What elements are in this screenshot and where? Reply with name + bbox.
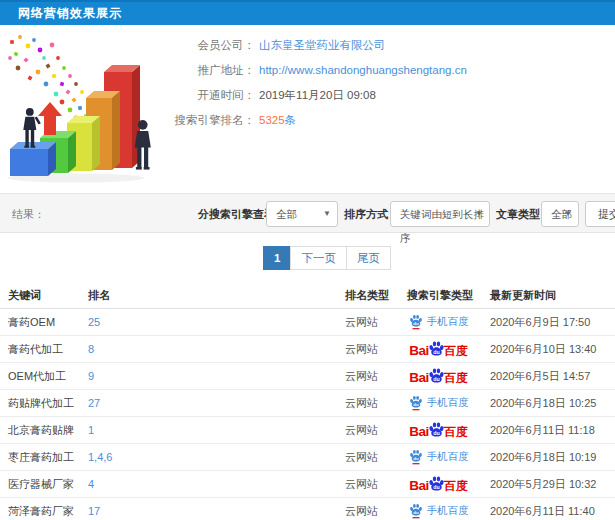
- rank-type-cell: 云网站: [337, 369, 395, 384]
- baidu-logo-suffix: 百度: [444, 425, 468, 439]
- engine-cell: du 手机百度: [395, 503, 482, 519]
- rank-link[interactable]: 4: [88, 478, 94, 490]
- table-row: 膏药OEM 25 云网站 du 手机百度 2020年6月9日 17:50: [0, 309, 615, 336]
- rank-link[interactable]: 8: [88, 343, 94, 355]
- results-table: 关键词 排名 排名类型 搜索引擎类型 最新更新时间 膏药OEM 25 云网站 d…: [0, 283, 615, 520]
- baidu-paw-icon: du: [428, 475, 445, 493]
- updated-time-cell: 2020年6月18日 10:19: [482, 450, 615, 465]
- updated-time-cell: 2020年5月29日 10:32: [482, 477, 615, 492]
- mobile-baidu-du: du: [413, 321, 419, 326]
- rank-count-suffix: 条: [285, 114, 297, 126]
- rank-count: 5325: [259, 114, 285, 126]
- baidu-logo-du: du: [433, 349, 439, 355]
- mobile-baidu-label: 手机百度: [427, 450, 469, 464]
- engine-view-selected: 全部: [276, 208, 297, 220]
- engine-view-select[interactable]: 全部 ▼: [266, 201, 338, 227]
- engine-cell: Bai du 百度: [395, 475, 482, 493]
- promo-url-link[interactable]: http://www.shandonghuangshengtang.cn: [259, 58, 467, 83]
- table-header-row: 关键词 排名 排名类型 搜索引擎类型 最新更新时间: [0, 283, 615, 309]
- open-time-label: 开通时间：: [170, 83, 255, 108]
- mobile-baidu-logo: du 手机百度: [409, 395, 469, 411]
- updated-time-cell: 2020年6月11日 11:18: [482, 423, 615, 438]
- rank-type-cell: 云网站: [337, 315, 395, 330]
- table-row: 医疗器械厂家 4 云网站 Bai du 百度 2020年5月29日 10:32: [0, 471, 615, 498]
- page-number-current[interactable]: 1: [263, 246, 291, 270]
- engine-cell: Bai du 百度: [395, 340, 482, 358]
- company-label: 会员公司：: [170, 33, 255, 58]
- page-title: 网络营销效果展示: [18, 2, 122, 25]
- table-row: 膏药代加工 8 云网站 Bai du 百度 2020年6月10日 13:40: [0, 336, 615, 363]
- open-time-value: 2019年11月20日 09:08: [259, 83, 376, 108]
- promo-url-label: 推广地址：: [170, 58, 255, 83]
- growth-chart-illustration: [4, 32, 184, 184]
- table-row: 北京膏药贴牌 1 云网站 Bai du 百度 2020年6月11日 11:18: [0, 417, 615, 444]
- promo-url-row: 推广地址： http://www.shandonghuangshengtang.…: [170, 58, 467, 83]
- engine-cell: du 手机百度: [395, 314, 482, 330]
- mobile-baidu-label: 手机百度: [427, 504, 469, 518]
- result-label: 结果：: [12, 194, 45, 234]
- baidu-logo: Bai du 百度: [409, 475, 468, 493]
- updated-time-cell: 2020年6月9日 17:50: [482, 315, 615, 330]
- rank-type-cell: 云网站: [337, 477, 395, 492]
- baidu-logo-du: du: [433, 376, 439, 382]
- caret-down-icon: ▼: [475, 202, 483, 226]
- keyword-cell: 医疗器械厂家: [0, 477, 80, 492]
- engine-cell: Bai du 百度: [395, 421, 482, 439]
- last-page-button[interactable]: 尾页: [346, 246, 391, 270]
- baidu-logo-prefix: Bai: [409, 478, 429, 493]
- rank-link[interactable]: 9: [88, 370, 94, 382]
- baidu-paw-icon: du: [409, 449, 423, 465]
- mobile-baidu-label: 手机百度: [427, 396, 469, 410]
- rank-link[interactable]: 27: [88, 397, 100, 409]
- baidu-paw-icon: du: [428, 421, 445, 439]
- table-row: 枣庄膏药加工 1,4,6 云网站 du 手机百度 2020年6月18日 10:1…: [0, 444, 615, 471]
- engine-cell: Bai du 百度: [395, 367, 482, 385]
- rank-type-cell: 云网站: [337, 342, 395, 357]
- mobile-baidu-du: du: [413, 510, 419, 515]
- open-time-row: 开通时间： 2019年11月20日 09:08: [170, 83, 467, 108]
- baidu-paw-icon: du: [409, 395, 423, 411]
- baidu-logo-suffix: 百度: [444, 479, 468, 493]
- company-link[interactable]: 山东皇圣堂药业有限公司: [259, 33, 386, 58]
- up-arrow-icon: [38, 102, 62, 135]
- updated-time-cell: 2020年6月10日 13:40: [482, 342, 615, 357]
- col-header-keyword: 关键词: [0, 288, 80, 303]
- page: 网络营销效果展示: [0, 0, 615, 520]
- rank-type-cell: 云网站: [337, 423, 395, 438]
- caret-down-icon: ▼: [323, 202, 331, 226]
- baidu-logo-prefix: Bai: [409, 370, 429, 385]
- rank-link[interactable]: 1,4,6: [88, 451, 112, 463]
- engine-cell: du 手机百度: [395, 395, 482, 411]
- baidu-logo-prefix: Bai: [409, 343, 429, 358]
- submit-button[interactable]: 提交: [585, 201, 615, 227]
- col-header-engine-type: 搜索引擎类型: [395, 288, 482, 303]
- mobile-baidu-logo: du 手机百度: [409, 503, 469, 519]
- filter-bar: 结果： 分搜索引擎查看 全部 ▼ 排序方式 关键词由短到长排序 ▼ 文章类型 全…: [0, 193, 615, 233]
- rank-link[interactable]: 17: [88, 505, 100, 517]
- engine-view-label: 分搜索引擎查看: [198, 194, 275, 234]
- baidu-logo-du: du: [433, 484, 439, 490]
- next-page-button[interactable]: 下一页: [290, 246, 347, 270]
- article-type-select[interactable]: 全部 ▼: [541, 201, 579, 227]
- keyword-cell: 枣庄膏药加工: [0, 450, 80, 465]
- baidu-paw-icon: du: [409, 503, 423, 519]
- baidu-logo: Bai du 百度: [409, 367, 468, 385]
- col-header-rank: 排名: [80, 288, 337, 303]
- mobile-baidu-logo: du 手机百度: [409, 314, 469, 330]
- table-row: 菏泽膏药厂家 17 云网站 du 手机百度 2020年6月11日 11:40: [0, 498, 615, 520]
- businessman-left: [23, 108, 41, 148]
- pagination: 1 下一页 尾页: [263, 246, 391, 270]
- rank-type-cell: 云网站: [337, 504, 395, 519]
- baidu-logo: Bai du 百度: [409, 340, 468, 358]
- baidu-logo: Bai du 百度: [409, 421, 468, 439]
- baidu-paw-icon: du: [428, 340, 445, 358]
- baidu-paw-icon: du: [409, 314, 423, 330]
- rank-link[interactable]: 25: [88, 316, 100, 328]
- updated-time-cell: 2020年6月5日 14:57: [482, 369, 615, 384]
- sort-select[interactable]: 关键词由短到长排序 ▼: [390, 201, 490, 227]
- col-header-updated: 最新更新时间: [482, 288, 615, 303]
- keyword-cell: OEM代加工: [0, 369, 80, 384]
- baidu-logo-du: du: [433, 430, 439, 436]
- article-type-label: 文章类型: [496, 194, 540, 234]
- rank-link[interactable]: 1: [88, 424, 94, 436]
